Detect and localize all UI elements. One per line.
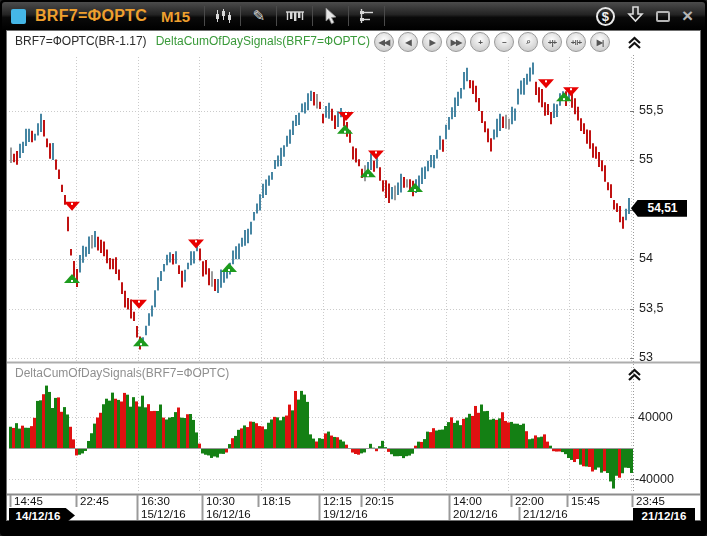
date-label: 15/12/16 (141, 508, 186, 520)
time-tick-label: 22:00 (515, 495, 544, 507)
scroll-right-button[interactable]: ▶ (422, 32, 442, 52)
time-tick-label: 20:15 (365, 495, 394, 507)
indicator-axis-label: -40000 (635, 472, 674, 486)
indicator-pane-title: DeltaCumOfDaySignals(BRF7=ФОРТС) (15, 366, 229, 380)
money-icon[interactable]: $ (596, 7, 615, 26)
scroll-fast-left-button[interactable]: ◀◀ (374, 32, 394, 52)
chart-nav-toolbar: ◀◀◀▶▶▶+−⌕+|++‖+▶| (374, 32, 610, 52)
collapse-price-pane-icon[interactable] (627, 36, 642, 50)
time-tick-label: 12:15 (323, 495, 352, 507)
draw-pencil-icon[interactable]: ✎ (245, 5, 272, 27)
end-date-tag: 21/12/16 (633, 508, 695, 523)
timeframe-label: M15 (161, 8, 190, 25)
cursor-icon[interactable] (317, 5, 344, 27)
chart-window: BRF7=ФОРТС M15 ✎ (0, 0, 707, 536)
volume-profile-icon[interactable] (281, 5, 308, 27)
zoom-in-button[interactable]: + (470, 32, 490, 52)
start-date-tag: 14/12/16 (9, 508, 75, 523)
price-axis-label: 53,5 (639, 301, 663, 315)
time-tick-label: 23:45 (636, 495, 665, 507)
indicator-header-label: DeltaCumOfDaySignals(BRF7=ФОРТС) (156, 34, 370, 48)
separator (384, 6, 385, 26)
time-tick-label: 14:45 (14, 495, 43, 507)
time-tick-label: 10:30 (206, 495, 235, 507)
price-axis-label: 53 (639, 350, 653, 364)
download-arrow-icon[interactable] (627, 6, 644, 27)
chart-plot-canvas[interactable] (7, 31, 700, 520)
separator (276, 6, 277, 26)
date-label: 21/12/16 (523, 508, 568, 520)
chart-content: BRF7=ФОРТС(BR-1.17) DeltaCumOfDaySignals… (6, 30, 701, 521)
close-icon[interactable]: × (682, 6, 693, 25)
instrument-label: BRF7=ФОРТС(BR-1.17) (15, 34, 147, 48)
price-axis-label: 55,5 (639, 103, 663, 117)
window-icon (11, 9, 26, 24)
compress-horizontal-button[interactable]: +|+ (542, 32, 562, 52)
collapse-indicator-pane-icon[interactable] (627, 368, 642, 382)
time-tick-label: 18:15 (262, 495, 291, 507)
indicator-axis-label: 40000 (638, 410, 673, 424)
time-tick-label: 15:45 (571, 495, 600, 507)
separator (204, 6, 205, 26)
chart-type-icon[interactable] (209, 5, 236, 27)
title-bar[interactable]: BRF7=ФОРТС M15 ✎ (2, 2, 705, 30)
chart-header: BRF7=ФОРТС(BR-1.17) DeltaCumOfDaySignals… (15, 34, 370, 48)
scroll-left-button[interactable]: ◀ (398, 32, 418, 52)
separator (240, 6, 241, 26)
price-axis-label: 54 (639, 251, 653, 265)
last-price-tag: 54,51 (631, 200, 687, 217)
compress-candle-button[interactable]: +‖+ (566, 32, 586, 52)
time-tick-label: 22:45 (80, 495, 109, 507)
separator (312, 6, 313, 26)
separator (348, 6, 349, 26)
restore-window-icon[interactable] (656, 11, 670, 22)
zoom-window-button[interactable]: ⌕ (518, 32, 538, 52)
time-tick-label: 16:30 (141, 495, 170, 507)
time-tick-label: 14:00 (453, 495, 482, 507)
levels-icon[interactable] (353, 5, 380, 27)
scroll-fast-right-button[interactable]: ▶▶ (446, 32, 466, 52)
window-title: BRF7=ФОРТС (35, 7, 147, 25)
price-axis-label: 55 (639, 152, 653, 166)
date-label: 16/12/16 (206, 508, 251, 520)
go-to-end-button[interactable]: ▶| (590, 32, 610, 52)
zoom-out-button[interactable]: − (494, 32, 514, 52)
date-label: 20/12/16 (453, 508, 498, 520)
date-label: 19/12/16 (323, 508, 368, 520)
